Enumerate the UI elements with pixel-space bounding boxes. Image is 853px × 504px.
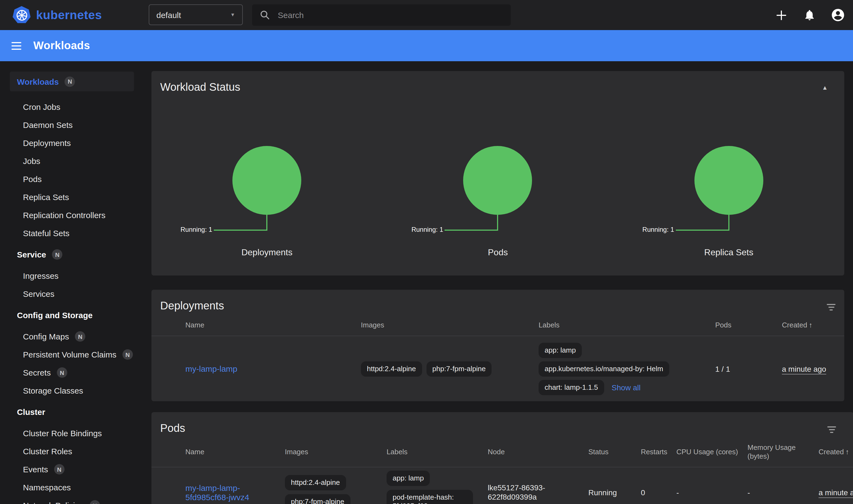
sidebar-item-deployments[interactable]: Deployments: [0, 134, 143, 152]
col-header-restarts[interactable]: Restarts: [641, 448, 676, 456]
col-header-name[interactable]: Name: [185, 321, 361, 330]
col-header-created[interactable]: Created↑: [819, 448, 853, 456]
col-header-images[interactable]: Images: [361, 321, 538, 330]
sidebar-item-cluster[interactable]: Cluster: [0, 403, 143, 421]
sidebar-item-storage-classes[interactable]: Storage Classes: [0, 381, 143, 400]
sidebar-item-cluster-role-bindings[interactable]: Cluster Role Bindings: [0, 424, 143, 442]
sidebar-item-cluster-roles[interactable]: Cluster Roles: [0, 442, 143, 460]
sidebar-item-workloads[interactable]: WorkloadsN: [10, 72, 134, 91]
new-resource-badge: N: [65, 76, 75, 87]
image-chip: php:7-fpm-alpine: [285, 494, 350, 504]
sidebar-item-label: Replication Controllers: [23, 211, 106, 220]
leader-line: [214, 230, 267, 231]
sidebar-item-stateful-sets[interactable]: Stateful Sets: [0, 224, 143, 242]
sidebar-item-label: Secrets: [23, 368, 51, 377]
workload-status-title: Workload Status: [160, 81, 240, 93]
sort-asc-icon: ↑: [809, 321, 813, 329]
sidebar-item-label: Services: [23, 289, 54, 299]
col-header-status[interactable]: Status: [588, 448, 641, 456]
sidebar-item-replication-controllers[interactable]: Replication Controllers: [0, 206, 143, 224]
col-header-images[interactable]: Images: [285, 448, 387, 456]
image-chip: httpd:2.4-alpine: [285, 475, 346, 490]
replica-sets-pie-chart: Running: 1 Replica Sets: [613, 104, 844, 268]
deployment-pods-count: 1 / 1: [715, 365, 782, 373]
notifications-button[interactable]: [803, 9, 816, 21]
sidebar-item-services[interactable]: Services: [0, 285, 143, 303]
kubernetes-logo[interactable]: kubernetes: [12, 6, 102, 24]
sidebar-item-ingresses[interactable]: Ingresses: [0, 267, 143, 285]
menu-icon[interactable]: [12, 42, 21, 50]
pie-slice-label: Running: 1: [642, 226, 674, 233]
deployment-images: httpd:2.4-alpine php:7-fpm-alpine: [361, 361, 538, 377]
deployments-pie-chart: Running: 1 Deployments: [152, 104, 383, 268]
chart-title: Replica Sets: [613, 248, 844, 257]
sidebar-item-config-maps[interactable]: Config MapsN: [0, 327, 143, 345]
new-resource-badge: N: [123, 349, 133, 360]
workload-status-card: Workload Status ▲ Running: 1 Deployments…: [152, 71, 844, 275]
sidebar-item-persistent-volume-claims[interactable]: Persistent Volume ClaimsN: [0, 345, 143, 363]
sidebar-item-label: Config and Storage: [17, 310, 93, 320]
col-header-cpu-usage[interactable]: CPU Usage (cores): [676, 448, 747, 456]
col-header-labels[interactable]: Labels: [387, 448, 488, 456]
sidebar-item-pods[interactable]: Pods: [0, 170, 143, 188]
sidebar-item-label: Cluster Role Bindings: [23, 429, 102, 438]
search-bar[interactable]: [252, 4, 511, 26]
pie-slice-label: Running: 1: [180, 226, 212, 233]
filter-icon[interactable]: [827, 300, 839, 310]
kubernetes-helm-wheel-icon: [12, 6, 31, 24]
namespace-select[interactable]: default ▼: [149, 4, 243, 25]
pod-cpu-usage: -: [676, 488, 747, 497]
deployment-row[interactable]: my-lamp-lamp httpd:2.4-alpine php:7-fpm-…: [152, 336, 844, 401]
sidebar-item-label: Cluster Roles: [23, 447, 72, 456]
filter-icon[interactable]: [827, 422, 839, 433]
topbar-actions: [774, 0, 845, 30]
new-resource-badge: N: [75, 331, 85, 342]
namespace-select-value: default: [156, 10, 181, 19]
sidebar-item-jobs[interactable]: Jobs: [0, 152, 143, 170]
new-resource-badge: N: [57, 367, 67, 378]
sidebar-item-label: Stateful Sets: [23, 229, 69, 238]
collapse-icon[interactable]: ▲: [822, 81, 839, 91]
sidebar-item-label: Cron Jobs: [23, 102, 60, 111]
sidebar-item-label: Replica Sets: [23, 193, 69, 202]
sidebar-item-label: Namespaces: [23, 483, 71, 492]
label-chip: app: lamp: [538, 343, 582, 358]
sidebar-item-config-and-storage[interactable]: Config and Storage: [0, 306, 143, 324]
pod-row[interactable]: my-lamp-lamp-5fd985cf68-jwvz4 httpd:2.4-…: [152, 467, 853, 504]
sidebar-item-secrets[interactable]: SecretsN: [0, 363, 143, 381]
sidebar-item-cron-jobs[interactable]: Cron Jobs: [0, 98, 143, 116]
col-header-name[interactable]: Name: [185, 448, 285, 456]
sidebar-item-events[interactable]: EventsN: [0, 460, 143, 478]
sidebar-item-daemon-sets[interactable]: Daemon Sets: [0, 116, 143, 134]
col-header-node[interactable]: Node: [488, 448, 588, 456]
workload-status-charts: Running: 1 Deployments Running: 1 Pods R…: [152, 104, 844, 268]
label-chip: app.kubernetes.io/managed-by: Helm: [538, 361, 669, 377]
pod-status: Running: [588, 488, 641, 497]
show-all-link[interactable]: Show all: [611, 383, 641, 392]
pods-card: Pods Name Images Labels Node Status Rest…: [152, 412, 853, 504]
sidebar-item-label: Storage Classes: [23, 386, 83, 395]
pod-name-link[interactable]: my-lamp-lamp-5fd985cf68-jwvz4: [185, 483, 280, 502]
col-header-labels[interactable]: Labels: [538, 321, 715, 330]
account-button[interactable]: [831, 8, 845, 22]
leader-line: [676, 230, 729, 231]
search-input[interactable]: [278, 11, 485, 20]
sidebar-item-label: Workloads: [17, 77, 59, 86]
sidebar-item-service[interactable]: ServiceN: [0, 246, 143, 264]
sidebar-item-namespaces[interactable]: Namespaces: [0, 478, 143, 496]
sidebar-item-network-policies[interactable]: Network PoliciesN: [0, 496, 143, 504]
new-resource-badge: N: [54, 464, 65, 474]
deployment-name-link[interactable]: my-lamp-lamp: [185, 364, 237, 373]
sidebar-item-label: Config Maps: [23, 332, 69, 341]
col-header-created[interactable]: Created↑: [782, 321, 844, 330]
chart-title: Pods: [383, 248, 614, 257]
col-header-pods[interactable]: Pods: [715, 321, 782, 330]
label-chip: app: lamp: [387, 471, 430, 486]
pie-running-pods: [463, 146, 532, 215]
create-resource-button[interactable]: [774, 8, 788, 22]
pods-pie-chart: Running: 1 Pods: [383, 104, 614, 268]
pod-created: a minute ago: [819, 488, 853, 498]
col-header-memory-usage[interactable]: Memory Usage (bytes): [747, 443, 819, 461]
sidebar-item-replica-sets[interactable]: Replica Sets: [0, 188, 143, 206]
brand-wordmark: kubernetes: [36, 8, 102, 22]
